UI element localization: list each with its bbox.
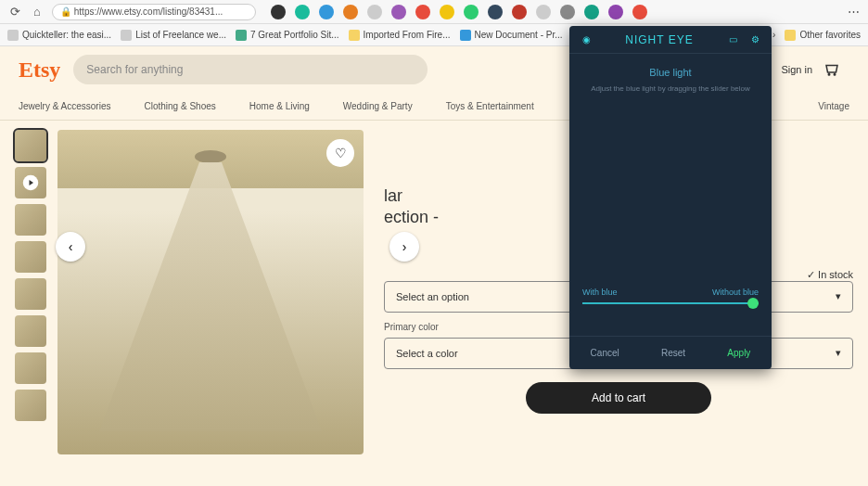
menu-icon[interactable]: ⋯ (846, 5, 861, 19)
signin-link[interactable]: Sign in (781, 64, 812, 75)
extension-icon[interactable] (271, 5, 286, 19)
product-image[interactable]: ♡ (57, 130, 364, 454)
extension-icon[interactable] (464, 5, 479, 19)
extension-icon[interactable] (584, 5, 599, 19)
slider-label-with: With blue (582, 288, 618, 297)
category-link[interactable]: Clothing & Shoes (144, 101, 215, 111)
extension-icon[interactable] (343, 5, 358, 19)
thumbnail[interactable] (15, 278, 46, 310)
nighteye-back-icon[interactable]: ◉ (579, 32, 594, 47)
cart-icon[interactable] (823, 61, 840, 78)
slider-label-without: Without blue (712, 288, 759, 297)
nighteye-apply[interactable]: Apply (727, 348, 750, 358)
bookmark-item[interactable]: 7 Great Portfolio Sit... (236, 30, 339, 41)
prev-image-button[interactable]: ‹ (56, 232, 85, 262)
extension-icon[interactable] (632, 5, 647, 19)
url-bar[interactable]: 🔒 https://www.etsy.com/listing/83431... (52, 4, 256, 20)
browser-toolbar: ⟳ ⌂ 🔒 https://www.etsy.com/listing/83431… (0, 0, 868, 24)
category-link[interactable]: Wedding & Party (343, 101, 413, 111)
blue-light-slider[interactable] (582, 302, 759, 304)
extension-icon[interactable] (560, 5, 575, 19)
nighteye-subtitle: Blue light (582, 67, 759, 78)
nighteye-desc: Adjust the blue light by dragging the sl… (582, 83, 759, 94)
bookmark-chevron[interactable]: › (772, 30, 775, 40)
main-image-wrap: ♡ (57, 130, 364, 454)
play-icon (15, 167, 46, 198)
bookmark-item[interactable]: New Document - Pr... (460, 30, 563, 41)
thumbnail[interactable] (15, 352, 46, 384)
extension-icon[interactable] (391, 5, 406, 19)
search-input[interactable]: Search for anything (73, 55, 428, 84)
bookmark-item[interactable]: Quickteller: the easi... (7, 30, 111, 41)
extension-icon[interactable] (488, 5, 503, 19)
category-vintage[interactable]: Vintage (818, 101, 849, 111)
stock-badge: In stock (807, 269, 853, 281)
home-icon[interactable]: ⌂ (30, 5, 45, 19)
extension-icon[interactable] (512, 5, 527, 19)
refresh-icon[interactable]: ⟳ (7, 5, 22, 19)
chevron-down-icon: ▾ (836, 347, 841, 359)
nighteye-cancel[interactable]: Cancel (591, 348, 619, 358)
extension-row (271, 5, 647, 19)
category-link[interactable]: Toys & Entertainment (446, 101, 534, 111)
url-text: https://www.etsy.com/listing/83431... (74, 6, 223, 17)
nighteye-title: NIGHT EYE (625, 33, 693, 46)
bookmark-item[interactable]: Imported From Fire... (349, 30, 451, 41)
extension-icon[interactable] (440, 5, 454, 19)
extension-icon[interactable] (295, 5, 310, 19)
extension-icon[interactable] (608, 5, 623, 19)
etsy-logo[interactable]: Etsy (19, 58, 60, 83)
category-link[interactable]: Home & Living (249, 101, 310, 111)
thumbnail[interactable] (15, 241, 46, 273)
extension-icon[interactable] (536, 5, 551, 19)
chevron-down-icon: ▾ (836, 290, 841, 302)
favorite-button[interactable]: ♡ (326, 139, 354, 167)
extension-icon[interactable] (319, 5, 334, 19)
thumbnail[interactable] (15, 204, 46, 236)
bookmark-item[interactable]: List of Freelance we... (121, 30, 226, 41)
thumbnail-list (15, 130, 46, 454)
nighteye-popup: ◉ NIGHT EYE ▭ ⚙ Blue light Adjust the bl… (569, 26, 772, 369)
slider-handle[interactable] (747, 298, 759, 309)
thumbnail[interactable] (15, 315, 46, 347)
add-to-cart-button[interactable]: Add to cart (526, 382, 711, 414)
category-link[interactable]: Jewelry & Accessories (19, 101, 110, 111)
nighteye-chat-icon[interactable]: ▭ (725, 32, 740, 47)
other-favorites[interactable]: Other favorites (785, 30, 861, 41)
thumbnail[interactable] (15, 167, 46, 198)
thumbnail[interactable] (15, 390, 46, 421)
extension-icon[interactable] (367, 5, 382, 19)
thumbnail[interactable] (15, 130, 46, 161)
nighteye-gear-icon[interactable]: ⚙ (747, 32, 762, 47)
extension-icon[interactable] (415, 5, 430, 19)
nighteye-reset[interactable]: Reset (661, 348, 685, 358)
